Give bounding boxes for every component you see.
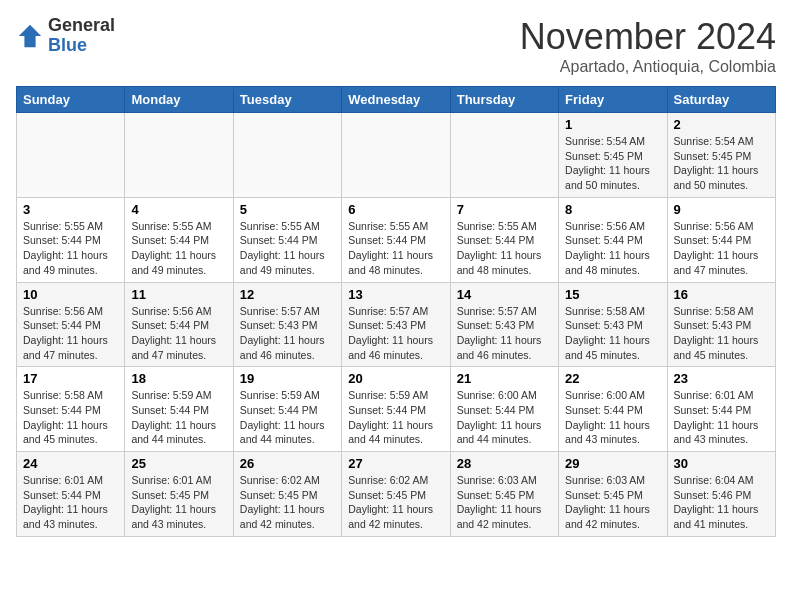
day-number: 1 [565,117,660,132]
calendar-cell: 22Sunrise: 6:00 AM Sunset: 5:44 PM Dayli… [559,367,667,452]
calendar-cell: 3Sunrise: 5:55 AM Sunset: 5:44 PM Daylig… [17,197,125,282]
day-info: Sunrise: 6:02 AM Sunset: 5:45 PM Dayligh… [348,473,443,532]
logo: General Blue [16,16,115,56]
calendar-cell: 13Sunrise: 5:57 AM Sunset: 5:43 PM Dayli… [342,282,450,367]
calendar-cell: 2Sunrise: 5:54 AM Sunset: 5:45 PM Daylig… [667,113,775,198]
day-info: Sunrise: 5:54 AM Sunset: 5:45 PM Dayligh… [674,134,769,193]
calendar-cell [125,113,233,198]
calendar-cell: 8Sunrise: 5:56 AM Sunset: 5:44 PM Daylig… [559,197,667,282]
day-info: Sunrise: 6:00 AM Sunset: 5:44 PM Dayligh… [565,388,660,447]
day-number: 14 [457,287,552,302]
page-header: General Blue November 2024 Apartado, Ant… [16,16,776,76]
day-info: Sunrise: 5:55 AM Sunset: 5:44 PM Dayligh… [131,219,226,278]
day-number: 13 [348,287,443,302]
calendar-cell: 6Sunrise: 5:55 AM Sunset: 5:44 PM Daylig… [342,197,450,282]
calendar-week-row: 24Sunrise: 6:01 AM Sunset: 5:44 PM Dayli… [17,452,776,537]
day-number: 28 [457,456,552,471]
calendar-cell: 5Sunrise: 5:55 AM Sunset: 5:44 PM Daylig… [233,197,341,282]
weekday-header: Friday [559,87,667,113]
day-number: 16 [674,287,769,302]
calendar-cell: 26Sunrise: 6:02 AM Sunset: 5:45 PM Dayli… [233,452,341,537]
calendar-cell: 14Sunrise: 5:57 AM Sunset: 5:43 PM Dayli… [450,282,558,367]
title-block: November 2024 Apartado, Antioquia, Colom… [520,16,776,76]
day-number: 15 [565,287,660,302]
day-info: Sunrise: 5:55 AM Sunset: 5:44 PM Dayligh… [240,219,335,278]
day-info: Sunrise: 6:01 AM Sunset: 5:45 PM Dayligh… [131,473,226,532]
day-number: 26 [240,456,335,471]
day-number: 6 [348,202,443,217]
weekday-header: Wednesday [342,87,450,113]
day-info: Sunrise: 5:55 AM Sunset: 5:44 PM Dayligh… [23,219,118,278]
day-info: Sunrise: 5:58 AM Sunset: 5:44 PM Dayligh… [23,388,118,447]
day-info: Sunrise: 5:55 AM Sunset: 5:44 PM Dayligh… [348,219,443,278]
svg-marker-0 [19,25,41,47]
day-number: 4 [131,202,226,217]
calendar-week-row: 10Sunrise: 5:56 AM Sunset: 5:44 PM Dayli… [17,282,776,367]
day-number: 29 [565,456,660,471]
calendar-week-row: 3Sunrise: 5:55 AM Sunset: 5:44 PM Daylig… [17,197,776,282]
month-title: November 2024 [520,16,776,58]
calendar-cell [342,113,450,198]
day-info: Sunrise: 6:01 AM Sunset: 5:44 PM Dayligh… [674,388,769,447]
weekday-header: Tuesday [233,87,341,113]
day-info: Sunrise: 6:02 AM Sunset: 5:45 PM Dayligh… [240,473,335,532]
day-info: Sunrise: 5:58 AM Sunset: 5:43 PM Dayligh… [565,304,660,363]
day-number: 18 [131,371,226,386]
day-number: 23 [674,371,769,386]
logo-text: General Blue [48,16,115,56]
weekday-header: Saturday [667,87,775,113]
calendar-cell: 24Sunrise: 6:01 AM Sunset: 5:44 PM Dayli… [17,452,125,537]
logo-blue-text: Blue [48,36,115,56]
day-info: Sunrise: 5:56 AM Sunset: 5:44 PM Dayligh… [23,304,118,363]
day-info: Sunrise: 5:58 AM Sunset: 5:43 PM Dayligh… [674,304,769,363]
day-info: Sunrise: 6:01 AM Sunset: 5:44 PM Dayligh… [23,473,118,532]
location-title: Apartado, Antioquia, Colombia [520,58,776,76]
day-info: Sunrise: 5:56 AM Sunset: 5:44 PM Dayligh… [674,219,769,278]
calendar-cell: 17Sunrise: 5:58 AM Sunset: 5:44 PM Dayli… [17,367,125,452]
calendar-cell: 12Sunrise: 5:57 AM Sunset: 5:43 PM Dayli… [233,282,341,367]
calendar-cell: 9Sunrise: 5:56 AM Sunset: 5:44 PM Daylig… [667,197,775,282]
day-number: 12 [240,287,335,302]
weekday-header: Monday [125,87,233,113]
day-info: Sunrise: 6:00 AM Sunset: 5:44 PM Dayligh… [457,388,552,447]
day-info: Sunrise: 5:54 AM Sunset: 5:45 PM Dayligh… [565,134,660,193]
calendar-cell [450,113,558,198]
calendar-cell: 28Sunrise: 6:03 AM Sunset: 5:45 PM Dayli… [450,452,558,537]
calendar-cell: 27Sunrise: 6:02 AM Sunset: 5:45 PM Dayli… [342,452,450,537]
day-number: 20 [348,371,443,386]
calendar-table: SundayMondayTuesdayWednesdayThursdayFrid… [16,86,776,537]
calendar-cell [233,113,341,198]
calendar-header-row: SundayMondayTuesdayWednesdayThursdayFrid… [17,87,776,113]
calendar-cell: 7Sunrise: 5:55 AM Sunset: 5:44 PM Daylig… [450,197,558,282]
calendar-cell: 21Sunrise: 6:00 AM Sunset: 5:44 PM Dayli… [450,367,558,452]
day-number: 8 [565,202,660,217]
day-info: Sunrise: 5:57 AM Sunset: 5:43 PM Dayligh… [457,304,552,363]
day-info: Sunrise: 6:04 AM Sunset: 5:46 PM Dayligh… [674,473,769,532]
logo-icon [16,22,44,50]
calendar-week-row: 17Sunrise: 5:58 AM Sunset: 5:44 PM Dayli… [17,367,776,452]
calendar-cell: 29Sunrise: 6:03 AM Sunset: 5:45 PM Dayli… [559,452,667,537]
calendar-cell: 18Sunrise: 5:59 AM Sunset: 5:44 PM Dayli… [125,367,233,452]
calendar-cell: 15Sunrise: 5:58 AM Sunset: 5:43 PM Dayli… [559,282,667,367]
day-info: Sunrise: 5:59 AM Sunset: 5:44 PM Dayligh… [348,388,443,447]
day-number: 3 [23,202,118,217]
calendar-cell: 1Sunrise: 5:54 AM Sunset: 5:45 PM Daylig… [559,113,667,198]
logo-general-text: General [48,16,115,36]
day-number: 9 [674,202,769,217]
calendar-cell: 11Sunrise: 5:56 AM Sunset: 5:44 PM Dayli… [125,282,233,367]
day-number: 10 [23,287,118,302]
day-number: 7 [457,202,552,217]
day-number: 21 [457,371,552,386]
day-number: 17 [23,371,118,386]
calendar-cell [17,113,125,198]
day-number: 22 [565,371,660,386]
day-number: 2 [674,117,769,132]
weekday-header: Thursday [450,87,558,113]
weekday-header: Sunday [17,87,125,113]
day-info: Sunrise: 5:57 AM Sunset: 5:43 PM Dayligh… [348,304,443,363]
day-info: Sunrise: 6:03 AM Sunset: 5:45 PM Dayligh… [565,473,660,532]
day-info: Sunrise: 5:59 AM Sunset: 5:44 PM Dayligh… [131,388,226,447]
calendar-cell: 25Sunrise: 6:01 AM Sunset: 5:45 PM Dayli… [125,452,233,537]
calendar-cell: 10Sunrise: 5:56 AM Sunset: 5:44 PM Dayli… [17,282,125,367]
calendar-cell: 30Sunrise: 6:04 AM Sunset: 5:46 PM Dayli… [667,452,775,537]
